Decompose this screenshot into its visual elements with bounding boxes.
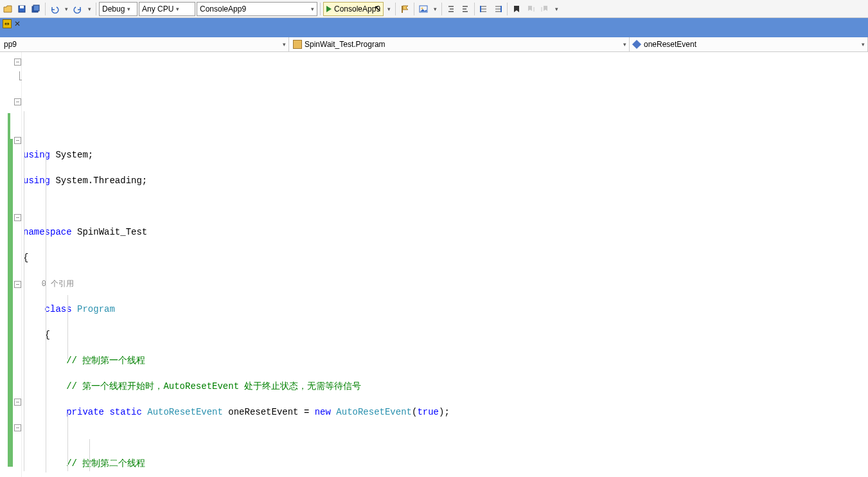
chevron-down-icon: ▾ [862, 41, 865, 48]
nav-file-label: pp9 [4, 40, 17, 49]
comment-out-icon[interactable] [477, 2, 490, 16]
editor-gutter: – – – – – – – [0, 52, 22, 477]
code-content[interactable]: using System; using System.Threading; na… [22, 52, 868, 477]
uncomment-icon[interactable] [492, 2, 504, 16]
nav-file-combo[interactable]: pp9 ▾ [0, 37, 289, 51]
chevron-down-icon: ▾ [623, 41, 626, 48]
start-debug-label: ConsoleApp9 [334, 4, 380, 14]
image-icon[interactable] [417, 2, 430, 16]
start-debug-dropdown[interactable]: ▾ [385, 2, 393, 16]
undo-icon[interactable] [48, 2, 61, 16]
solution-config-label: Debug [102, 4, 125, 14]
solution-platform-label: Any CPU [142, 4, 173, 14]
bookmark-icon[interactable] [510, 2, 523, 16]
fold-toggle[interactable]: – [14, 137, 21, 144]
save-all-icon[interactable] [30, 2, 42, 16]
navigation-bar: pp9 ▾ SpinWait_Test.Program ▾ oneResetEv… [0, 37, 868, 52]
redo-dropdown[interactable]: ▾ [85, 2, 93, 16]
pin-tab-icon[interactable]: ⇔ [3, 19, 12, 28]
save-icon[interactable] [15, 2, 28, 16]
play-icon [326, 6, 332, 12]
startup-project-combo[interactable]: ConsoleApp9▾ [197, 2, 317, 16]
svg-rect-3 [33, 5, 39, 11]
solution-config-combo[interactable]: Debug▾ [99, 2, 137, 16]
prev-bookmark-icon[interactable] [524, 2, 537, 16]
nav-class-combo[interactable]: SpinWait_Test.Program ▾ [289, 37, 630, 51]
image-dropdown[interactable]: ▾ [431, 2, 439, 16]
code-editor[interactable]: – – – – – – – using System; using System… [0, 52, 868, 477]
nav-member-combo[interactable]: oneResetEvent ▾ [630, 37, 868, 51]
flag-icon[interactable] [398, 2, 411, 16]
fold-toggle[interactable]: – [14, 424, 21, 431]
field-icon [632, 40, 641, 49]
undo-dropdown[interactable]: ▾ [62, 2, 70, 16]
document-tab-strip: ⇔ ✕ [0, 18, 868, 37]
next-bookmark-icon[interactable] [538, 2, 551, 16]
startup-project-label: ConsoleApp9 [200, 4, 246, 14]
toolbar-overflow[interactable]: ▾ [553, 2, 560, 16]
fold-toggle[interactable]: – [14, 59, 21, 66]
svg-rect-1 [20, 6, 24, 8]
class-icon [293, 40, 302, 49]
solution-platform-combo[interactable]: Any CPU▾ [139, 2, 195, 16]
indent-left-icon[interactable] [445, 2, 457, 16]
fold-toggle[interactable]: – [14, 214, 21, 221]
fold-toggle[interactable]: – [14, 399, 21, 406]
fold-toggle[interactable]: – [14, 281, 21, 288]
nav-class-label: SpinWait_Test.Program [305, 40, 385, 49]
fold-toggle[interactable]: – [14, 98, 21, 105]
nav-member-label: oneResetEvent [644, 40, 696, 49]
start-debug-button[interactable]: ConsoleApp9 [323, 2, 384, 16]
close-tab-button[interactable]: ✕ [14, 19, 21, 28]
redo-icon[interactable] [71, 2, 84, 16]
current-line-highlight [22, 110, 868, 123]
open-file-icon[interactable] [1, 2, 14, 16]
chevron-down-icon: ▾ [283, 41, 286, 48]
change-bar [10, 139, 13, 467]
indent-right-icon[interactable] [459, 2, 472, 16]
main-toolbar: ▾ ▾ Debug▾ Any CPU▾ ConsoleApp9▾ Console… [0, 0, 868, 18]
